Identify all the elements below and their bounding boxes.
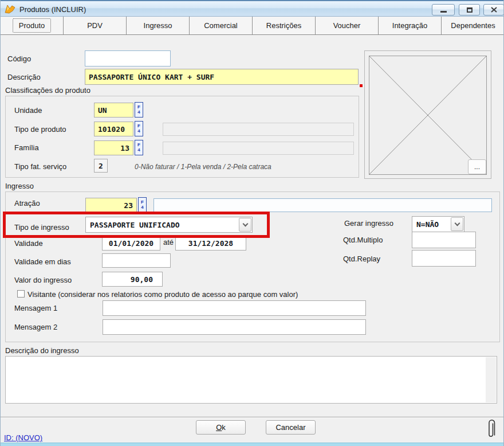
tipo-ingresso-dropdown-button[interactable] (239, 218, 251, 232)
gerar-ingresso-combobox[interactable]: N=NÃO (412, 216, 464, 232)
descricao-input[interactable] (85, 69, 359, 85)
mensagem2-label: Mensagem 2 (14, 323, 57, 331)
qtd-replay-input[interactable] (412, 250, 476, 267)
validade-inicio-input[interactable] (102, 236, 160, 251)
descricao-label: Descrição (7, 73, 41, 81)
status-bar (1, 443, 504, 446)
visitante-checkbox[interactable] (17, 290, 25, 298)
validade-dias-label: Validade em dias (14, 257, 71, 266)
tab-ingresso[interactable]: Ingresso (127, 17, 190, 34)
tipo-produto-label: Tipo de produto (14, 125, 66, 134)
maximize-button[interactable] (459, 4, 480, 15)
descricao-ingresso-textarea[interactable] (5, 356, 497, 404)
mensagem2-input[interactable] (103, 319, 366, 335)
chevron-down-icon (454, 220, 460, 226)
window-title: Produtos (INCLUIR) (19, 5, 86, 14)
validade-dias-input[interactable] (102, 253, 171, 268)
required-marker (360, 84, 363, 87)
tipo-produto-input[interactable] (94, 122, 133, 136)
atracao-f4-lookup-button[interactable]: F4 (138, 197, 147, 214)
mensagem1-input[interactable] (103, 300, 366, 316)
tipo-fat-servico-hint: 0-Não faturar / 1-Pela venda / 2-Pela ca… (135, 163, 271, 171)
unidade-label: Unidade (14, 106, 42, 115)
qtd-replay-label: Qtd.Replay (343, 255, 380, 263)
tab-comercial[interactable]: Comercial (190, 17, 253, 34)
valor-ingresso-input[interactable] (102, 272, 163, 287)
gerar-ingresso-value: N=NÃO (412, 217, 450, 232)
footer-divider (1, 417, 504, 418)
empty-image-x-icon (369, 56, 486, 174)
record-id-link[interactable]: ID: (NOVO) (4, 433, 42, 442)
paperclip-attachment-icon[interactable] (487, 418, 496, 443)
valor-ingresso-label: Valor do ingresso (14, 276, 72, 284)
textarea-scrollbar[interactable] (486, 357, 496, 402)
validade-fim-input[interactable] (175, 236, 246, 251)
tipo-fat-servico-input[interactable] (94, 159, 108, 173)
gerar-ingresso-dropdown-button[interactable] (451, 217, 463, 231)
close-icon (491, 7, 497, 13)
familia-input[interactable] (94, 140, 133, 155)
unidade-input[interactable] (94, 103, 133, 118)
ate-label: até (163, 238, 174, 247)
product-image-placeholder (369, 56, 487, 175)
tab-strip: Produto PDV Ingresso Comercial Restriçõe… (1, 17, 504, 35)
descricao-ingresso-title: Descrição do ingresso (5, 346, 79, 355)
close-button[interactable] (483, 4, 504, 15)
tab-dependentes[interactable]: Dependentes (442, 17, 504, 34)
classificacoes-group-title: Classificações do produto (5, 86, 90, 95)
familia-f4-lookup-button[interactable]: F4 (135, 140, 143, 155)
atracao-desc-display (153, 198, 492, 212)
atracao-label: Atração (14, 199, 40, 208)
atracao-input[interactable] (85, 198, 137, 213)
qtd-multiplo-input[interactable] (412, 232, 476, 248)
validade-label: Validade (14, 239, 43, 248)
minimize-button[interactable] (432, 4, 455, 15)
tipo-ingresso-value: PASSAPORTE UNIFICADO (86, 217, 238, 232)
tipo-fat-servico-label: Tipo fat. serviço (14, 162, 66, 171)
unidade-f4-lookup-button[interactable]: F4 (135, 102, 143, 118)
familia-desc-display (163, 142, 354, 155)
app-fox-icon (5, 4, 16, 17)
minimize-icon (440, 11, 447, 13)
tipo-ingresso-label: Tipo de ingresso (14, 223, 69, 232)
title-bar[interactable]: Produtos (INCLUIR) (1, 0, 504, 17)
ingresso-group-title: Ingresso (5, 182, 34, 190)
tipo-ingresso-combobox[interactable]: PASSAPORTE UNIFICADO (85, 217, 253, 233)
maximize-icon (467, 7, 472, 13)
tipo-produto-desc-display (163, 123, 354, 136)
familia-label: Família (14, 143, 39, 152)
qtd-multiplo-label: Qtd.Multiplo (343, 236, 383, 244)
codigo-label: Código (7, 54, 31, 63)
tipo-produto-f4-lookup-button[interactable]: F4 (135, 121, 143, 136)
mensagem1-label: Mensagem 1 (14, 304, 57, 312)
gerar-ingresso-label: Gerar ingresso (344, 219, 393, 228)
visitante-checkbox-label[interactable]: Visitante (considerar nos relatorios com… (27, 290, 298, 299)
codigo-input[interactable] (85, 50, 171, 66)
tab-produto[interactable]: Produto (1, 17, 64, 34)
chevron-down-icon (242, 221, 248, 226)
tab-voucher[interactable]: Voucher (316, 17, 379, 34)
ok-button[interactable]: Ok (196, 420, 246, 435)
products-window: Produtos (INCLUIR) Produto PDV Ingresso … (0, 0, 504, 446)
tab-integracao[interactable]: Integração (379, 17, 442, 34)
image-browse-button[interactable]: ... (468, 159, 486, 174)
cancel-button[interactable]: Cancelar (266, 420, 316, 435)
tab-restricoes[interactable]: Restrições (253, 17, 316, 34)
tab-pdv[interactable]: PDV (64, 17, 127, 34)
